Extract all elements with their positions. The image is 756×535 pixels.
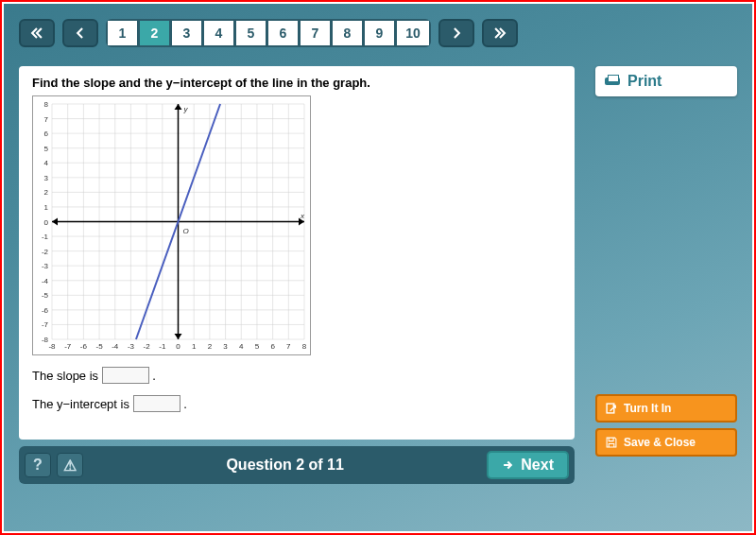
- svg-text:7: 7: [44, 115, 49, 124]
- page-button-3[interactable]: 3: [172, 21, 204, 45]
- svg-text:-3: -3: [42, 262, 49, 270]
- svg-text:-2: -2: [42, 248, 49, 256]
- print-button[interactable]: Print: [595, 66, 737, 96]
- yint-label-post: .: [183, 397, 187, 411]
- graph-area: -8-7-6-5-4-3-2-1012345678-8-7-6-5-4-3-2-…: [32, 95, 311, 355]
- next-label: Next: [521, 457, 554, 474]
- svg-text:-4: -4: [112, 342, 119, 351]
- svg-text:-7: -7: [64, 342, 72, 351]
- svg-text:8: 8: [302, 342, 307, 351]
- page-button-2[interactable]: 2: [140, 21, 172, 45]
- svg-text:-6: -6: [80, 342, 88, 351]
- svg-text:1: 1: [192, 342, 197, 351]
- coordinate-graph: -8-7-6-5-4-3-2-1012345678-8-7-6-5-4-3-2-…: [33, 96, 312, 356]
- print-icon: [605, 75, 620, 88]
- save-close-label: Save & Close: [624, 436, 696, 449]
- svg-text:7: 7: [286, 342, 291, 351]
- yintercept-input[interactable]: [133, 395, 180, 412]
- svg-marker-38: [175, 104, 182, 110]
- svg-text:-8: -8: [48, 342, 56, 351]
- svg-text:5: 5: [44, 145, 49, 153]
- submit-icon: [605, 402, 618, 415]
- svg-marker-37: [52, 218, 58, 226]
- warning-icon: ⚠: [63, 457, 77, 475]
- slope-label-pre: The slope is: [32, 369, 102, 383]
- last-page-button[interactable]: [482, 19, 518, 47]
- svg-text:5: 5: [255, 342, 260, 351]
- svg-text:0: 0: [176, 342, 180, 351]
- page-button-9[interactable]: 9: [365, 21, 397, 45]
- double-right-icon: [493, 26, 507, 40]
- svg-text:-6: -6: [42, 306, 49, 315]
- print-label: Print: [627, 73, 662, 90]
- svg-text:y: y: [183, 105, 189, 113]
- page-button-8[interactable]: 8: [333, 21, 365, 45]
- svg-text:-1: -1: [159, 342, 166, 351]
- page-button-5[interactable]: 5: [236, 21, 268, 45]
- page-button-1[interactable]: 1: [108, 21, 140, 45]
- svg-text:-7: -7: [42, 320, 49, 329]
- next-arrow-icon: [502, 458, 515, 472]
- next-page-button[interactable]: [438, 19, 474, 47]
- svg-text:6: 6: [44, 129, 49, 138]
- help-button[interactable]: ?: [25, 453, 51, 477]
- slope-input[interactable]: [102, 367, 149, 384]
- page-button-7[interactable]: 7: [301, 21, 333, 45]
- page-list: 12345678910: [106, 19, 431, 47]
- svg-text:4: 4: [44, 159, 49, 167]
- turn-it-in-button[interactable]: Turn It In: [595, 394, 737, 423]
- svg-text:-4: -4: [42, 277, 49, 285]
- slope-row: The slope is .: [32, 367, 561, 384]
- svg-text:-2: -2: [144, 342, 151, 351]
- yint-label-pre: The y−intercept is: [32, 397, 133, 411]
- page-button-6[interactable]: 6: [268, 21, 301, 45]
- svg-text:-5: -5: [42, 291, 49, 300]
- page-button-10[interactable]: 10: [397, 21, 429, 45]
- question-panel: Find the slope and the y−intercept of th…: [19, 66, 575, 440]
- svg-text:1: 1: [44, 203, 49, 212]
- progress-label: Question 2 of 11: [83, 457, 487, 474]
- svg-text:4: 4: [239, 342, 244, 351]
- slope-label-post: .: [152, 369, 156, 383]
- yintercept-row: The y−intercept is .: [32, 395, 561, 412]
- next-button[interactable]: Next: [487, 451, 569, 479]
- save-close-button[interactable]: Save & Close: [595, 428, 737, 457]
- svg-text:-1: -1: [42, 233, 49, 241]
- side-actions: Turn It In Save & Close: [595, 394, 737, 457]
- first-page-button[interactable]: [19, 19, 55, 47]
- svg-text:8: 8: [44, 100, 49, 109]
- svg-text:-8: -8: [42, 336, 49, 344]
- svg-text:3: 3: [223, 342, 228, 351]
- svg-text:-5: -5: [96, 342, 104, 351]
- prev-page-button[interactable]: [62, 19, 98, 47]
- svg-text:6: 6: [270, 342, 275, 351]
- help-icon: ?: [33, 457, 43, 474]
- turn-it-in-label: Turn It In: [624, 402, 671, 415]
- page-button-4[interactable]: 4: [204, 21, 236, 45]
- right-icon: [450, 26, 463, 40]
- svg-text:2: 2: [208, 342, 213, 351]
- svg-text:O: O: [183, 227, 189, 235]
- svg-text:3: 3: [44, 174, 49, 182]
- left-icon: [74, 26, 87, 40]
- nav-bar: 12345678910: [19, 19, 518, 47]
- save-icon: [605, 436, 618, 449]
- svg-marker-39: [175, 334, 182, 339]
- double-left-icon: [30, 26, 43, 40]
- svg-text:-3: -3: [128, 342, 135, 351]
- svg-text:2: 2: [44, 188, 49, 197]
- footer-bar: ? ⚠ Question 2 of 11 Next: [19, 446, 575, 484]
- warning-button[interactable]: ⚠: [57, 453, 83, 477]
- question-prompt: Find the slope and the y−intercept of th…: [32, 76, 561, 90]
- svg-text:0: 0: [44, 218, 49, 227]
